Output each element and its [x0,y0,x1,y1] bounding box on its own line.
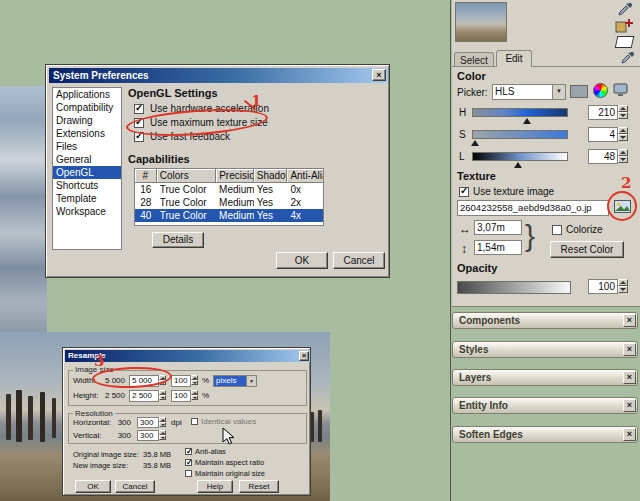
close-icon[interactable]: × [623,314,636,327]
new-size-label: New image size: [73,461,128,470]
cancel-button[interactable]: Cancel [333,252,385,269]
opacity-stepper[interactable] [618,279,628,293]
tray-entity-info[interactable]: Entity Info × [452,397,638,414]
height-input[interactable]: 2 500 [129,390,159,402]
create-material-icon[interactable] [615,18,634,34]
column-header-precision[interactable]: Precision [216,169,254,183]
column-header-shadows[interactable]: Shadows [254,169,288,183]
column-header-antialias[interactable]: Anti-Alias [287,169,323,183]
category-workspace[interactable]: Workspace [53,205,121,218]
height-stepper[interactable] [159,390,166,401]
close-icon[interactable]: × [623,343,636,356]
units-dropdown[interactable]: pixels ▼ [213,375,257,387]
category-extensions[interactable]: Extensions [53,127,121,140]
category-opengl[interactable]: OpenGL [53,166,121,179]
colorize-checkbox[interactable] [552,225,562,235]
chevron-down-icon[interactable]: ▼ [246,376,256,386]
table-row-selected[interactable]: 40 True Color Medium Yes 4x [135,209,323,222]
match-screen-color-icon[interactable] [613,82,629,98]
close-icon[interactable]: × [623,399,636,412]
horizontal-original-value: 300 [115,418,131,427]
picker-dropdown[interactable]: HLS ▼ [492,84,566,100]
category-template[interactable]: Template [53,192,121,205]
material-preview-thumbnail[interactable] [455,2,507,42]
lightness-slider[interactable] [472,152,568,161]
table-row[interactable]: 28 True Color Medium Yes 2x [135,196,323,209]
saturation-value: 4 [609,129,615,140]
column-header-num[interactable]: # [135,169,157,183]
close-icon[interactable]: × [372,69,386,81]
opacity-value-field[interactable]: 100 [588,279,618,294]
texture-height-value: 1,54m [477,242,505,253]
close-icon[interactable]: × [623,428,636,441]
tray-components[interactable]: Components × [452,312,638,329]
width-percent-input[interactable]: 100 [171,375,191,387]
hue-slider[interactable] [472,108,568,117]
width-percent-stepper[interactable] [191,375,198,386]
ok-button[interactable]: OK [276,252,328,269]
lightness-stepper[interactable] [618,149,628,163]
cell-precision: Medium [216,183,254,196]
saturation-slider[interactable] [472,130,568,139]
height-percent-input[interactable]: 100 [171,390,191,402]
capabilities-table: # Colors Precision Shadows Anti-Alias 16… [134,168,324,226]
reset-color-button[interactable]: Reset Color [550,241,624,258]
height-label: Height: [73,391,98,400]
preferences-titlebar[interactable]: System Preferences × [49,68,388,83]
opacity-slider[interactable] [457,281,571,294]
texture-filename-field[interactable]: 2604232558_aebd9d38a0_o.jp [457,200,609,216]
texture-width-field[interactable]: 3,07m [474,220,522,235]
texture-height-field[interactable]: 1,54m [474,240,522,255]
chevron-down-icon[interactable]: ▼ [552,85,565,99]
tab-divider [452,66,640,67]
width-percent-sign: % [202,376,209,385]
category-compatibility[interactable]: Compatibility [53,101,121,114]
horizontal-input[interactable]: 300 [137,417,159,428]
tab-edit-label: Edit [505,53,522,64]
ok-button[interactable]: OK [75,480,111,493]
height-percent-stepper[interactable] [191,390,198,401]
hue-stepper[interactable] [618,105,628,119]
tray-soften-edges[interactable]: Soften Edges × [452,426,638,443]
hue-value-field[interactable]: 210 [588,105,618,120]
reset-button[interactable]: Reset [239,480,279,493]
sample-paint-icon[interactable] [620,50,636,66]
saturation-value-field[interactable]: 4 [588,127,618,142]
tray-styles[interactable]: Styles × [452,341,638,358]
close-icon[interactable]: × [299,351,309,361]
ok-label: OK [295,255,309,266]
category-general[interactable]: General [53,153,121,166]
category-drawing[interactable]: Drawing [53,114,121,127]
lightness-slider-thumb[interactable] [514,162,522,168]
hue-slider-thumb[interactable] [523,118,531,124]
saturation-slider-thumb[interactable] [471,140,479,146]
lightness-value-field[interactable]: 48 [588,149,618,164]
anti-alias-checkbox[interactable] [185,448,192,455]
help-button[interactable]: Help [197,480,233,493]
hardware-acceleration-checkbox[interactable] [134,104,144,114]
identical-values-checkbox[interactable] [191,418,198,425]
details-button[interactable]: Details [152,232,204,248]
display-secondary-pane-icon[interactable] [616,2,634,18]
category-shortcuts[interactable]: Shortcuts [53,179,121,192]
cell-num: 28 [135,196,157,209]
table-row[interactable]: 16 True Color Medium Yes 0x [135,183,323,196]
saturation-stepper[interactable] [618,127,628,141]
close-icon[interactable]: × [623,371,636,384]
tray-layers[interactable]: Layers × [452,369,638,386]
vertical-input[interactable]: 300 [137,430,159,441]
column-header-colors[interactable]: Colors [157,169,216,183]
maintain-aspect-checkbox[interactable] [185,459,192,466]
tab-edit[interactable]: Edit [496,50,532,67]
lightness-value: 48 [604,151,615,162]
aspect-link-brace-icon[interactable]: } [525,216,535,256]
use-texture-image-checkbox[interactable] [459,187,469,197]
maintain-original-size-checkbox[interactable] [185,470,192,477]
horizontal-stepper[interactable] [159,417,166,428]
cancel-button[interactable]: Cancel [115,480,155,493]
vertical-stepper[interactable] [159,430,166,441]
color-wheel-icon[interactable] [593,83,608,98]
category-applications[interactable]: Applications [53,88,121,101]
tab-select[interactable]: Select [454,52,494,67]
category-files[interactable]: Files [53,140,121,153]
